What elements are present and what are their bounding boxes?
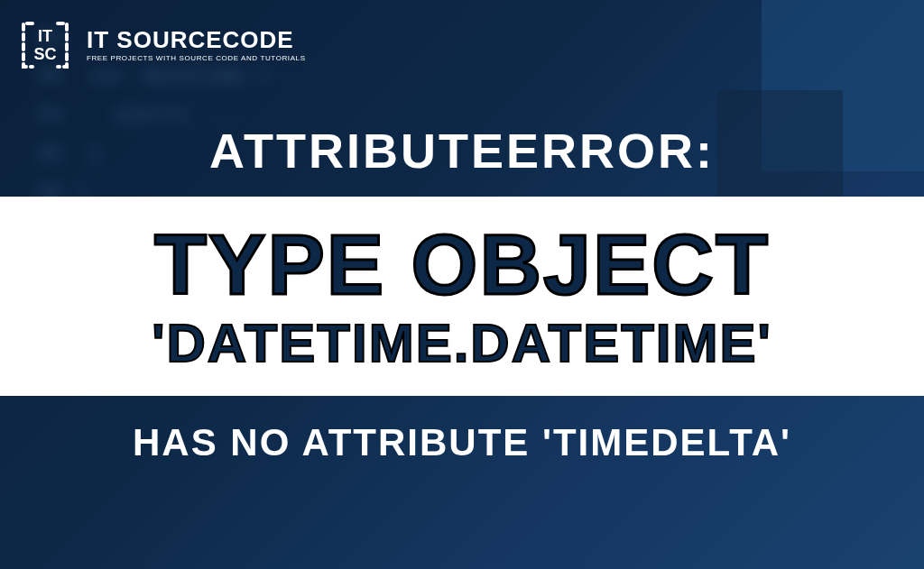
logo-title: IT SOURCECODE <box>87 28 306 51</box>
svg-text:SC: SC <box>33 45 56 63</box>
band-line-type-object: TYPE OBJECT <box>154 222 770 307</box>
logo-tagline: FREE PROJECTS WITH SOURCE CODE AND TUTOR… <box>87 54 306 62</box>
heading-attribute-error: ATTRIBUTEERROR: <box>209 123 715 179</box>
white-band: TYPE OBJECT 'DATETIME.DATETIME' <box>0 197 924 396</box>
main-content: ATTRIBUTEERROR: TYPE OBJECT 'DATETIME.DA… <box>0 0 924 569</box>
svg-text:IT: IT <box>38 27 52 45</box>
logo-text-group: IT SOURCECODE FREE PROJECTS WITH SOURCE … <box>87 28 306 62</box>
logo-area: IT SC IT SOURCECODE FREE PROJECTS WITH S… <box>16 16 306 74</box>
heading-no-attribute: HAS NO ATTRIBUTE 'TIMEDELTA' <box>133 421 791 464</box>
logo-icon: IT SC <box>16 16 74 74</box>
band-line-datetime: 'DATETIME.DATETIME' <box>152 317 772 371</box>
